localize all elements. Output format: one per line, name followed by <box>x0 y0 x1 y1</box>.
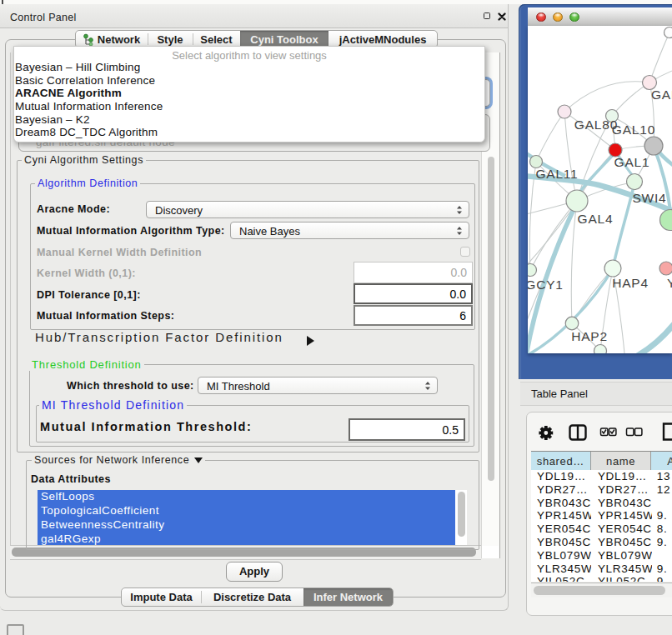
table-row[interactable]: YDR27…YDR27…12 <box>531 483 672 497</box>
float-window-icon[interactable] <box>484 12 490 19</box>
popup-item[interactable]: Bayesian – K2 <box>15 113 482 127</box>
table-row[interactable]: YBL079WYBL079W <box>531 549 672 562</box>
tab-jactivemnodules[interactable]: jActiveMNodules <box>328 31 437 48</box>
cell-value: 8. <box>652 522 672 536</box>
dpi-tolerance-field[interactable]: 0.0 <box>354 283 473 304</box>
popup-item[interactable]: Basic Correlation Inference <box>15 74 482 88</box>
which-threshold-combobox[interactable]: MI Threshold <box>198 377 438 394</box>
cell-shared-name: YLR345W <box>531 562 591 576</box>
dpi-tolerance-label: DPI Tolerance [0,1]: <box>37 289 141 301</box>
network-node[interactable] <box>565 317 579 330</box>
table-header: shared…nameA <box>531 451 672 471</box>
table-row[interactable]: YIL052CYIL052C9. <box>531 575 672 582</box>
bottom-tab-bar: Impute DataDiscretize DataInfer Network <box>121 588 394 607</box>
sources-collapse-triangle-icon[interactable] <box>194 458 203 463</box>
network-node[interactable] <box>604 260 621 277</box>
popup-item[interactable]: Mutual Information Inference <box>15 100 482 113</box>
algorithm-popup-hint: Select algorithm to view settings <box>14 49 484 62</box>
network-node[interactable] <box>528 264 537 277</box>
threshold-definition-title: Threshold Definition <box>29 358 144 371</box>
cell-name: YPR145W <box>591 509 652 522</box>
network-node[interactable] <box>659 262 672 275</box>
tab-select[interactable]: Select <box>193 31 240 48</box>
network-node[interactable] <box>660 210 672 231</box>
popup-item[interactable]: Dream8 DC_TDC Algorithm <box>15 126 482 139</box>
network-node-label: GAL1 <box>614 155 650 169</box>
attributes-scrollbar-thumb[interactable] <box>458 492 465 537</box>
select-all-checks-icon[interactable] <box>601 428 616 435</box>
hub-transcription-factor-label[interactable]: Hub/Transcription Factor Definition <box>35 330 283 344</box>
network-node[interactable] <box>594 345 607 354</box>
cell-value: 9. <box>652 509 672 522</box>
network-view-window: GALGAL80GAL10GAL1GAL11SWI4GAL4GCY1HAP4YH… <box>519 4 672 379</box>
hub-expand-triangle-icon[interactable] <box>307 336 314 346</box>
mi-steps-field[interactable]: 6 <box>354 305 473 326</box>
table-row[interactable]: YPR145WYPR145W9. <box>531 509 672 522</box>
network-node[interactable] <box>644 137 663 155</box>
network-canvas[interactable]: GALGAL80GAL10GAL1GAL11SWI4GAL4GCY1HAP4YH… <box>528 26 672 353</box>
attribute-list-item[interactable]: gal4RGexp <box>38 532 455 545</box>
table-row[interactable]: YER054CYER054C8. <box>531 522 672 536</box>
sources-title-row: Sources for Network Inference <box>32 454 205 466</box>
mi-algorithm-type-combobox[interactable]: Naive Bayes <box>230 222 469 239</box>
aracne-mode-combobox[interactable]: Discovery <box>146 201 469 218</box>
popup-item[interactable]: Bayesian – Hill Climbing <box>15 61 482 74</box>
minimize-traffic-light[interactable] <box>553 12 563 22</box>
tab-label: Network <box>98 33 140 46</box>
network-edge-highlighted <box>613 183 634 268</box>
apply-button[interactable]: Apply <box>226 562 283 582</box>
table-hscrollbar-track[interactable] <box>531 582 672 598</box>
file-icon[interactable] <box>664 424 672 440</box>
gear-icon[interactable] <box>539 426 553 440</box>
network-node[interactable] <box>664 28 672 38</box>
manual-kernel-width-checkbox[interactable] <box>460 247 470 257</box>
table-hscrollbar-thumb[interactable] <box>534 586 665 595</box>
mini-square-button[interactable] <box>7 624 24 635</box>
data-attributes-items: SelfLoopsTopologicalCoefficientBetweenne… <box>38 490 467 545</box>
mi-threshold-field[interactable]: 0.5 <box>349 418 465 441</box>
cell-value: 9. <box>652 562 672 576</box>
columns-icon[interactable] <box>570 426 586 440</box>
tab-impute-data[interactable]: Impute Data <box>122 588 201 606</box>
tab-style[interactable]: Style <box>148 31 193 48</box>
close-icon[interactable] <box>498 12 506 21</box>
attribute-list-item[interactable]: SelfLoops <box>38 490 455 504</box>
algorithm-definition-title: Algorithm Definition <box>35 178 140 189</box>
aracne-mode-label: Aracne Mode: <box>37 203 110 215</box>
close-traffic-light[interactable] <box>536 12 546 22</box>
screenshot-root: Control Panel galFiltered.sif default no… <box>0 0 672 635</box>
network-node[interactable] <box>558 105 571 118</box>
kernel-width-field[interactable]: 0.0 <box>354 262 473 283</box>
network-edge-highlighted <box>626 319 672 353</box>
tab-network[interactable]: Network <box>76 31 148 48</box>
cell-value: 13 <box>652 470 672 483</box>
table-column-header[interactable]: name <box>591 452 652 470</box>
network-window-titlebar[interactable] <box>528 8 672 27</box>
data-attributes-list[interactable]: SelfLoopsTopologicalCoefficientBetweenne… <box>38 490 467 545</box>
table-row[interactable]: YBR045CYBR045C9. <box>531 536 672 549</box>
network-node[interactable] <box>627 174 643 190</box>
cell-value <box>652 549 672 562</box>
cell-value: 9. <box>652 536 672 549</box>
tab-cyni-toolbox[interactable]: Cyni Toolbox <box>240 31 328 48</box>
table-row[interactable]: YBR043CYBR043C <box>531 497 672 510</box>
table-panel-title: Table Panel <box>531 388 588 400</box>
deselect-all-checks-icon[interactable] <box>627 428 642 435</box>
tab-label: Select <box>200 33 232 46</box>
popup-item[interactable]: ARACNE Algorithm <box>15 87 482 100</box>
scrollpane-left-edge <box>10 52 11 558</box>
tab-label: Style <box>157 33 183 46</box>
cell-name: YBL079W <box>591 549 652 562</box>
attribute-list-item[interactable]: TopologicalCoefficient <box>38 504 455 518</box>
table-row[interactable]: YDL19…YDL19…13 <box>531 470 672 483</box>
tab-infer-network[interactable]: Infer Network <box>303 588 393 606</box>
zoom-traffic-light[interactable] <box>569 12 579 22</box>
table-row[interactable]: YLR345WYLR345W9. <box>531 562 672 576</box>
attribute-list-item[interactable]: BetweennessCentrality <box>38 518 455 532</box>
cell-shared-name: YDL19… <box>531 470 591 483</box>
table-column-header[interactable]: shared… <box>531 452 591 470</box>
tab-discretize-data[interactable]: Discretize Data <box>201 588 303 606</box>
table-column-header[interactable]: A <box>651 452 672 470</box>
network-node[interactable] <box>566 190 588 212</box>
vertical-scrollbar-thumb[interactable] <box>488 157 494 481</box>
